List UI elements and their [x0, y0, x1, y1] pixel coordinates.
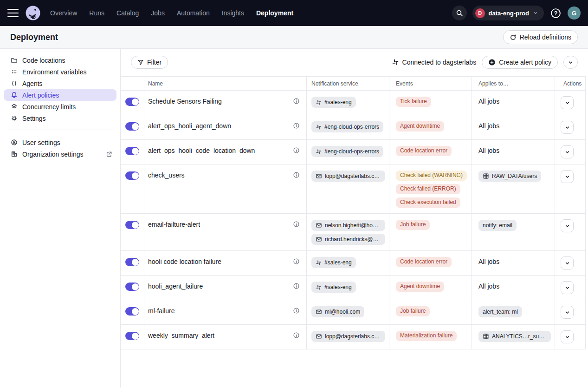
search-icon — [456, 9, 463, 17]
slack-icon — [316, 99, 322, 105]
notification-target: #eng-cloud-ops-errors — [324, 148, 379, 155]
info-icon[interactable] — [293, 332, 300, 339]
applies-to-chip: RAW_DATA/users — [478, 171, 541, 182]
column-header-events: Events — [389, 77, 472, 90]
nav-item-jobs[interactable]: Jobs — [151, 9, 165, 17]
policy-enabled-toggle[interactable] — [125, 307, 139, 316]
row-actions-button[interactable] — [561, 256, 574, 270]
notification-target: #sales-eng — [324, 99, 352, 105]
notification-chip: #eng-cloud-ops-errors — [311, 121, 383, 132]
sidebar-item-settings[interactable]: Settings — [4, 112, 116, 124]
row-actions-button[interactable] — [561, 219, 574, 232]
applies-to-value: All jobs — [478, 121, 499, 130]
sidebar-item-agents[interactable]: Agents — [4, 78, 116, 89]
info-icon[interactable] — [293, 258, 300, 265]
filter-label: Filter — [147, 59, 162, 66]
policy-enabled-toggle[interactable] — [125, 98, 139, 106]
policy-enabled-toggle[interactable] — [125, 122, 139, 131]
policy-enabled-toggle[interactable] — [125, 147, 139, 155]
row-actions-button[interactable] — [561, 281, 574, 294]
policy-enabled-toggle[interactable] — [125, 258, 139, 266]
table-row: check_users lopp@dagsterlabs.com Check f… — [121, 164, 585, 214]
row-actions-button[interactable] — [561, 170, 574, 183]
nav-item-automation[interactable]: Automation — [177, 9, 210, 17]
page-header: Deployment Reload definitions — [0, 26, 588, 49]
notification-chip: nelson.bighetti@hooli.co… — [311, 220, 385, 231]
nav-item-overview[interactable]: Overview — [50, 9, 77, 17]
info-icon[interactable] — [293, 283, 300, 289]
row-actions-button[interactable] — [561, 121, 574, 134]
chevron-down-icon — [564, 285, 570, 291]
alerts-toolbar: Filter Connected to dagsterlabs Create — [121, 49, 588, 76]
applies-to-value: All jobs — [478, 282, 499, 290]
applies-to-value: alert_team: ml — [483, 309, 518, 315]
notification-target: ml@hooli.com — [325, 309, 360, 315]
info-icon[interactable] — [293, 307, 300, 314]
nav-item-catalog[interactable]: Catalog — [116, 9, 139, 17]
table-row: alert_ops_hooli_code_location_down #eng-… — [121, 140, 585, 164]
chevron-down-icon — [533, 10, 538, 16]
row-actions-button[interactable] — [561, 145, 574, 158]
table-row: alert_ops_hooli_agent_down #eng-cloud-op… — [121, 115, 585, 140]
policy-enabled-toggle[interactable] — [125, 283, 139, 291]
filter-icon — [137, 59, 144, 66]
sidebar-item-environment-variables[interactable]: Environment variables — [4, 66, 116, 78]
env-dots-icon — [10, 68, 18, 75]
external-link-icon[interactable] — [105, 151, 113, 158]
help-button[interactable]: ? — [549, 7, 562, 20]
sidebar-item-user-settings[interactable]: User settings — [4, 137, 116, 148]
slack-icon — [316, 284, 322, 290]
policy-enabled-toggle[interactable] — [125, 171, 139, 180]
notification-target: nelson.bighetti@hooli.co… — [325, 222, 381, 229]
info-icon[interactable] — [293, 98, 300, 105]
policy-enabled-toggle[interactable] — [125, 332, 139, 340]
layers-icon — [10, 103, 18, 110]
create-alert-policy-button[interactable]: Create alert policy — [482, 56, 558, 69]
slack-icon — [316, 260, 322, 266]
hamburger-menu-icon[interactable] — [7, 9, 19, 17]
info-icon[interactable] — [293, 122, 300, 129]
envelope-icon — [316, 309, 322, 315]
notification-target: lopp@dagsterlabs.com — [325, 173, 381, 179]
row-actions-button[interactable] — [561, 96, 574, 109]
info-icon[interactable] — [293, 147, 300, 154]
nav-item-deployment[interactable]: Deployment — [256, 9, 293, 17]
sidebar-item-label: Settings — [22, 115, 113, 122]
sidebar-item-label: Environment variables — [22, 68, 113, 76]
sidebar-item-concurrency-limits[interactable]: Concurrency limits — [4, 101, 116, 112]
filter-button[interactable]: Filter — [131, 56, 168, 69]
connected-to-slack[interactable]: Connected to dagsterlabs — [392, 59, 477, 66]
applies-to-chip: notify: email — [478, 220, 517, 231]
more-options-button[interactable] — [563, 56, 578, 69]
policy-name: alert_ops_hooli_code_location_down — [148, 147, 255, 154]
sidebar-item-label: Organization settings — [22, 151, 101, 158]
row-actions-button[interactable] — [561, 306, 574, 319]
policy-name: check_users — [148, 171, 185, 179]
notification-chip: ml@hooli.com — [311, 306, 364, 317]
deployment-initial-badge: D — [475, 8, 485, 18]
deployment-name: data-eng-prod — [489, 10, 529, 17]
deployment-switcher[interactable]: D data-eng-prod — [472, 6, 544, 20]
settings-sidebar: Code locationsEnvironment variablesAgent… — [0, 49, 121, 388]
envelope-icon — [316, 333, 322, 340]
info-icon[interactable] — [293, 171, 300, 178]
nav-item-insights[interactable]: Insights — [222, 9, 244, 17]
table-row: hooli code location failure #sales-eng C… — [121, 251, 585, 276]
event-badge: Materialization failure — [396, 331, 457, 341]
row-actions-button[interactable] — [561, 330, 574, 343]
sidebar-item-code-locations[interactable]: Code locations — [4, 54, 116, 66]
notification-target: #sales-eng — [324, 284, 352, 290]
sidebar-item-label: Alert policies — [22, 92, 113, 99]
dagster-logo-icon[interactable] — [25, 5, 41, 21]
info-icon[interactable] — [293, 221, 300, 228]
nav-item-runs[interactable]: Runs — [89, 9, 104, 17]
search-button[interactable] — [452, 6, 467, 20]
policy-enabled-toggle[interactable] — [125, 221, 139, 229]
table-grid-icon — [483, 333, 489, 340]
reload-definitions-button[interactable]: Reload definitions — [503, 30, 578, 44]
sidebar-item-alert-policies[interactable]: Alert policies — [4, 89, 116, 101]
sidebar-item-organization-settings[interactable]: Organization settings — [4, 148, 116, 160]
primary-nav: OverviewRunsCatalogJobsAutomationInsight… — [50, 9, 293, 17]
agents-icon — [10, 80, 18, 87]
user-avatar[interactable]: G — [568, 7, 581, 20]
